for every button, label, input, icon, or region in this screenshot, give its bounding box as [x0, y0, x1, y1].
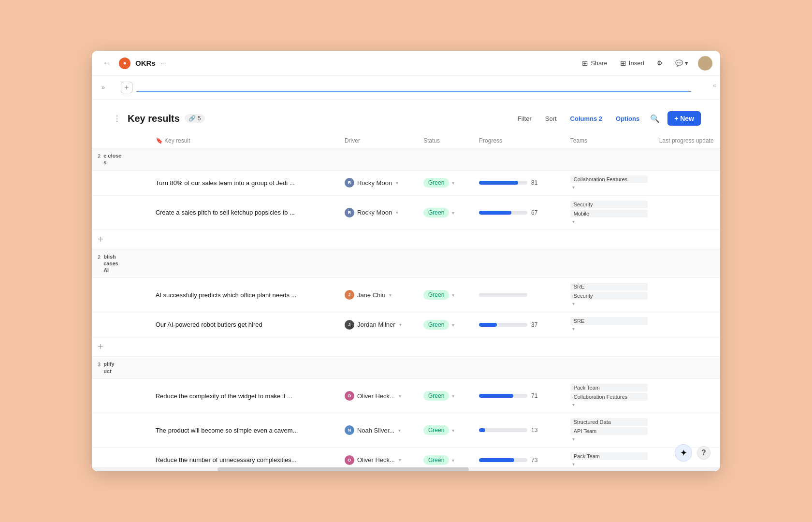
share-button[interactable]: ⊞ Share [579, 57, 610, 70]
teams-caret[interactable]: ▾ [572, 462, 575, 467]
status-badge[interactable]: Green [423, 290, 449, 300]
kr-name[interactable]: AI successfully predicts which office pl… [156, 291, 297, 299]
status-caret[interactable]: ▾ [452, 458, 454, 463]
group-cell: 3 plifyuct [92, 357, 150, 379]
sort-button[interactable]: Sort [542, 113, 560, 124]
teams-caret[interactable]: ▾ [572, 185, 575, 190]
status-badge[interactable]: Green [423, 320, 449, 330]
driver-avatar: J [345, 290, 354, 300]
col-header-driver: Driver [339, 133, 418, 148]
link-count: 5 [198, 115, 201, 122]
filter-button[interactable]: Filter [515, 113, 535, 124]
group-label: blishcasesAI [103, 253, 118, 274]
search-button[interactable]: 🔍 [650, 114, 660, 123]
driver-avatar: J [345, 320, 354, 330]
horizontal-scrollbar[interactable] [92, 467, 720, 471]
add-button[interactable]: + [92, 337, 720, 357]
help-button[interactable]: ? [697, 446, 710, 460]
key-results-header: ⋮ Key results 🔗 5 Filter Sort Columns 2 … [92, 100, 720, 133]
kr-name[interactable]: Our AI-powered robot butlers get hired [156, 321, 262, 328]
status-badge[interactable]: Green [423, 391, 449, 401]
driver-name: Oliver Heck... [357, 456, 395, 464]
col-kr-label: Key result [164, 137, 190, 144]
driver-caret[interactable]: ▾ [389, 292, 392, 298]
teams-cell: Pack TeamCollaboration Features ▾ [565, 379, 653, 413]
settings-button[interactable]: ⚙ [654, 58, 666, 69]
status-caret[interactable]: ▾ [452, 292, 454, 298]
progress-cell: 37 [473, 312, 565, 337]
teams-caret[interactable]: ▾ [572, 301, 575, 306]
kr-name[interactable]: The product will become so simple even a… [156, 427, 298, 434]
last-update-cell [653, 413, 720, 448]
progress-bar-bg [479, 458, 527, 462]
columns-button[interactable]: Columns 2 [567, 113, 605, 124]
driver-caret[interactable]: ▾ [399, 457, 401, 463]
teams-caret[interactable]: ▾ [572, 219, 575, 224]
teams-caret[interactable]: ▾ [572, 436, 575, 442]
insert-button[interactable]: ⊞ Insert [617, 57, 648, 70]
progress-cell [473, 278, 565, 312]
row-empty-cell [92, 278, 150, 312]
insert-icon: ⊞ [620, 59, 626, 68]
scrollbar-thumb[interactable] [218, 467, 469, 471]
progress-number: 71 [531, 392, 542, 399]
kr-name[interactable]: Reduce the number of unnecessary complex… [156, 456, 297, 464]
status-caret[interactable]: ▾ [452, 322, 454, 328]
table-row: The product will become so simple even a… [92, 413, 720, 448]
row-empty-cell [92, 195, 150, 230]
driver-caret[interactable]: ▾ [398, 428, 401, 433]
team-tag: Structured Data [570, 418, 648, 426]
kr-name[interactable]: Reduce the complexity of the widget to m… [156, 392, 292, 400]
row-empty-cell [92, 312, 150, 337]
table-header-row: 🔖 Key result Driver Status Progress Team… [92, 133, 720, 148]
new-button[interactable]: + New [667, 111, 701, 126]
teams-caret[interactable]: ▾ [572, 326, 575, 332]
user-avatar[interactable] [698, 56, 712, 71]
progress-cell: 81 [473, 170, 565, 195]
kr-name-cell: AI successfully predicts which office pl… [150, 278, 339, 312]
status-caret[interactable]: ▾ [452, 393, 454, 399]
status-badge[interactable]: Green [423, 455, 449, 465]
progress-cell: 73 [473, 448, 565, 467]
sparkle-button[interactable]: ✦ [675, 444, 692, 462]
driver-name: Jordan Milner [357, 321, 395, 328]
options-button[interactable]: Options [613, 113, 642, 124]
teams-cell: SRESecurity ▾ [565, 278, 653, 312]
kr-name[interactable]: Create a sales pitch to sell ketchup pop… [156, 209, 295, 216]
kr-name[interactable]: Turn 80% of our sales team into a group … [156, 179, 295, 187]
new-item-input[interactable] [136, 84, 691, 92]
comment-button[interactable]: 💬 ▾ [672, 58, 691, 69]
svg-point-2 [703, 59, 708, 64]
status-badge[interactable]: Green [423, 208, 449, 218]
kr-name-cell: Turn 80% of our sales team into a group … [150, 170, 339, 195]
kr-menu-dots[interactable]: ⋮ [111, 112, 123, 125]
driver-caret[interactable]: ▾ [396, 210, 398, 215]
driver-cell: O Oliver Heck... ▾ [339, 448, 418, 467]
status-caret[interactable]: ▾ [452, 210, 454, 216]
new-button-label: + New [674, 115, 694, 122]
status-caret[interactable]: ▾ [452, 428, 454, 433]
progress-number: 37 [531, 321, 542, 328]
driver-caret[interactable]: ▾ [399, 322, 402, 327]
driver-caret[interactable]: ▾ [396, 180, 398, 186]
status-caret[interactable]: ▾ [452, 180, 454, 186]
add-button[interactable]: + [92, 230, 720, 249]
status-badge[interactable]: Green [423, 178, 449, 188]
group-label: plifyuct [103, 361, 115, 375]
table-row: AI successfully predicts which office pl… [92, 278, 720, 312]
team-tag: Pack Team [570, 384, 648, 392]
driver-cell: R Rocky Moon ▾ [339, 170, 418, 195]
status-badge[interactable]: Green [423, 425, 449, 435]
teams-cell: Collaboration Features ▾ [565, 170, 653, 195]
progress-bar-bg [479, 181, 527, 185]
back-button[interactable]: ← [100, 56, 114, 70]
teams-caret[interactable]: ▾ [572, 402, 575, 407]
last-update-cell [653, 312, 720, 337]
add-item-button[interactable]: + [121, 82, 132, 93]
driver-caret[interactable]: ▾ [399, 393, 401, 399]
app-menu-dots[interactable]: ··· [160, 59, 166, 67]
kr-link-badge[interactable]: 🔗 5 [185, 114, 205, 123]
driver-avatar: O [345, 455, 354, 465]
progress-number: 67 [531, 209, 542, 216]
status-cell: Green ▾ [418, 379, 473, 413]
